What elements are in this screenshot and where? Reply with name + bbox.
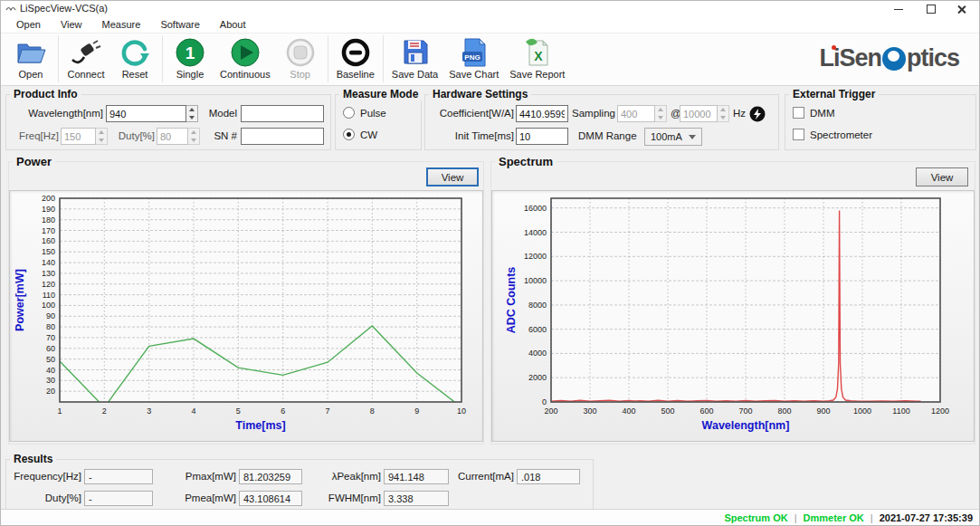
svg-text:3: 3 — [147, 406, 151, 416]
freq-stepper[interactable] — [61, 128, 108, 145]
svg-text:5: 5 — [236, 406, 241, 416]
coefficient-label: Coefficient[W/A] — [429, 105, 514, 122]
menu-software[interactable]: Software — [150, 17, 209, 33]
apply-rate-button[interactable] — [749, 106, 766, 122]
spectrometer-checkbox-label: Spectrometer — [810, 129, 872, 140]
open-button[interactable]: Open — [6, 33, 55, 80]
minimize-button[interactable] — [883, 1, 914, 17]
results-group: Results Frequency[Hz] - Pmax[mW] 81.2032… — [5, 459, 594, 512]
open-button-label: Open — [19, 69, 43, 80]
rate-input[interactable] — [680, 105, 718, 122]
minimize-icon — [894, 9, 903, 10]
svg-text:7: 7 — [325, 406, 329, 416]
freq-spinner-arrows[interactable] — [96, 128, 108, 145]
pulse-radio[interactable]: Pulse — [343, 107, 386, 119]
dmm-checkbox[interactable]: DMM — [793, 107, 834, 119]
rate-stepper[interactable] — [680, 105, 729, 122]
pmea-result-label: Pmea[mW] — [169, 490, 236, 507]
dmm-range-dropdown[interactable]: 100mA — [644, 128, 702, 146]
sampling-input[interactable] — [617, 105, 655, 122]
svg-text:0: 0 — [542, 397, 547, 406]
duty-stepper[interactable] — [157, 128, 200, 145]
stop-button[interactable]: Stop — [276, 33, 325, 80]
baseline-button[interactable]: Baseline — [331, 33, 380, 80]
pmax-result-value: 81.203259 — [239, 469, 302, 484]
close-button[interactable] — [947, 1, 977, 17]
svg-text:ADC Counts: ADC Counts — [505, 267, 518, 334]
svg-text:90: 90 — [46, 311, 55, 320]
title-bar: LiSpecView-VCS(a) — [1, 1, 979, 17]
cw-radio-label: CW — [360, 129, 377, 140]
current-result-label: Current[mA] — [441, 468, 514, 485]
save-report-button-label: Save Report — [509, 69, 565, 80]
status-separator: | — [794, 512, 797, 523]
menu-measure[interactable]: Measure — [92, 17, 151, 33]
dmm-range-value: 100mA — [651, 131, 682, 142]
menu-bar: Open View Measure Software About — [1, 17, 979, 33]
close-icon — [957, 5, 966, 14]
maximize-button[interactable] — [916, 1, 947, 17]
png-file-icon: PNG — [458, 35, 490, 69]
svg-text:100: 100 — [42, 301, 55, 310]
duty-label: Duty[%] — [113, 128, 155, 145]
status-timestamp: 2021-07-27 17:35:39 — [880, 512, 973, 523]
spectrum-view-button[interactable]: View — [916, 167, 968, 186]
menu-open[interactable]: Open — [6, 17, 51, 33]
toolbar-separator — [328, 35, 328, 82]
sampling-spinner-arrows[interactable] — [655, 105, 667, 122]
reset-button[interactable]: Reset — [110, 33, 159, 80]
spectrometer-checkbox[interactable]: Spectrometer — [793, 129, 872, 140]
pulse-radio-label: Pulse — [360, 108, 386, 119]
freq-input[interactable] — [61, 128, 96, 145]
svg-text:1100: 1100 — [892, 406, 909, 416]
continuous-button[interactable]: Continuous — [214, 33, 276, 80]
wavelength-input[interactable] — [106, 105, 186, 122]
power-view-button[interactable]: View — [426, 167, 479, 186]
svg-text:20: 20 — [46, 387, 55, 396]
svg-text:1000: 1000 — [853, 406, 871, 416]
init-time-input[interactable] — [516, 128, 568, 145]
duty-spinner-arrows[interactable] — [188, 128, 200, 145]
rate-spinner-arrows[interactable] — [718, 105, 729, 122]
menu-about[interactable]: About — [210, 17, 256, 33]
wavelength-stepper[interactable] — [106, 105, 198, 122]
duty-input[interactable] — [157, 128, 188, 145]
save-chart-button[interactable]: PNG Save Chart — [443, 33, 504, 80]
sn-input[interactable] — [241, 128, 324, 145]
svg-text:400: 400 — [622, 406, 635, 416]
fwhm-result-label: FWHM[nm] — [314, 490, 381, 507]
svg-text:200: 200 — [544, 406, 557, 416]
svg-text:Time[ms]: Time[ms] — [235, 419, 285, 432]
baseline-minus-circle-icon — [339, 35, 372, 69]
model-input[interactable] — [241, 105, 324, 122]
sampling-stepper[interactable] — [617, 105, 667, 122]
svg-text:6000: 6000 — [528, 325, 547, 334]
measure-mode-title: Measure Mode — [339, 88, 422, 100]
toolbar-separator — [162, 35, 163, 82]
power-chart-panel: 2030405060708090100110120130140150160170… — [9, 190, 483, 442]
save-data-button-label: Save Data — [392, 69, 438, 80]
lisenoptics-logo: LiSen ptics — [819, 44, 959, 72]
cw-radio[interactable]: CW — [343, 129, 377, 140]
floppy-disk-icon — [399, 35, 432, 69]
current-result-value: .018 — [517, 469, 580, 484]
power-group: Power View 20304050607080901001101201301… — [8, 161, 484, 445]
coefficient-input[interactable] — [516, 105, 568, 122]
svg-text:140: 140 — [42, 258, 55, 267]
svg-text:50: 50 — [46, 355, 55, 364]
save-data-button[interactable]: Save Data — [386, 33, 443, 80]
svg-text:Wavelength[nm]: Wavelength[nm] — [702, 419, 790, 432]
svg-text:300: 300 — [583, 406, 596, 416]
play-icon — [229, 35, 262, 69]
spectrum-group: Spectrum View 02000400060008000100001200… — [490, 161, 975, 445]
svg-text:190: 190 — [42, 205, 55, 214]
sn-label: SN # — [204, 128, 237, 145]
single-button[interactable]: 1 Single — [166, 33, 214, 80]
svg-text:130: 130 — [42, 269, 55, 278]
wavelength-spinner-arrows[interactable] — [186, 105, 198, 122]
save-report-button[interactable]: X Save Report — [504, 33, 570, 80]
toolbar-separator — [383, 35, 384, 82]
connect-button[interactable]: Connect — [62, 33, 110, 80]
svg-text:1: 1 — [186, 43, 195, 62]
menu-view[interactable]: View — [51, 17, 92, 33]
